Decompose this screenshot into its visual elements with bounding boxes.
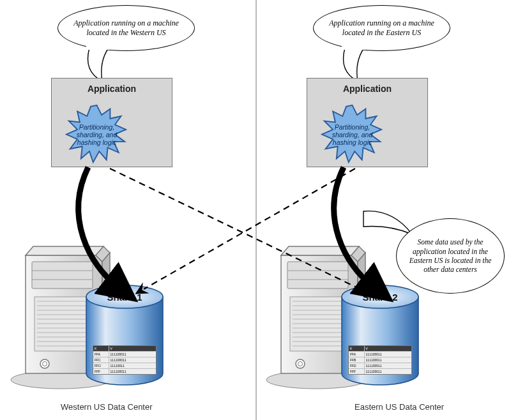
bubble-west-app: Application running on a machine located… [57, 5, 195, 82]
shard-table: KV FFA111100011 FFC111100011 FFO11110011… [93, 345, 156, 375]
app-title: Application [307, 84, 427, 94]
shard-table: KV FFA111100011 FFB111100011 FFD11110001… [348, 345, 412, 375]
logic-burst: Partitioning, sharding, and hashing logi… [319, 104, 386, 165]
dc-caption-west: Western US Data Center [61, 402, 153, 412]
bubble-east-data: Some data used by the application locate… [396, 218, 508, 314]
svg-rect-21 [342, 46, 367, 50]
dc-caption-east: Eastern US Data Center [355, 402, 444, 412]
svg-rect-0 [86, 46, 112, 50]
shard-west: Shard 1 KV FFA111100011 FFC111100011 FFO… [83, 284, 166, 386]
logic-burst: Partitioning, sharding, and hashing logi… [63, 104, 130, 165]
svg-point-39 [296, 359, 305, 368]
svg-point-18 [40, 359, 49, 368]
bubble-text: Application running on a machine located… [65, 19, 188, 38]
region-divider [256, 0, 257, 420]
app-box-east: Application Partitioning, sharding, and … [307, 78, 428, 167]
bubble-east-app: Application running on a machine located… [313, 5, 450, 82]
burst-label: Partitioning, sharding, and hashing logi… [63, 104, 130, 165]
shard-label: Shard 1 [83, 292, 166, 303]
app-title: Application [52, 84, 172, 94]
burst-label: Partitioning, sharding, and hashing logi… [319, 104, 386, 165]
bubble-text: Application running on a machine located… [320, 19, 443, 38]
diagram-canvas: Application running on a machine located… [0, 0, 511, 420]
bubble-text: Some data used by the application locate… [403, 237, 498, 274]
app-box-west: Application Partitioning, sharding, and … [51, 78, 172, 167]
